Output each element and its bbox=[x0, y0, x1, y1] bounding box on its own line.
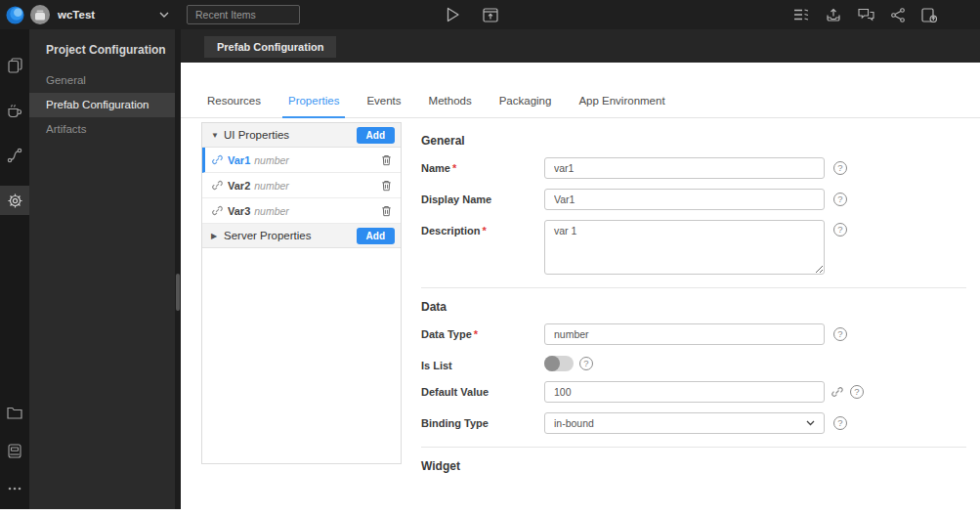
add-ui-property-button[interactable]: Add bbox=[357, 127, 395, 144]
required-asterisk: * bbox=[474, 328, 478, 340]
binding-type-value: in-bound bbox=[554, 417, 594, 429]
ui-properties-group-header[interactable]: ▼ UI Properties Add bbox=[202, 123, 401, 148]
delete-property-icon[interactable] bbox=[381, 154, 392, 166]
name-field[interactable] bbox=[544, 157, 825, 179]
property-type: number bbox=[254, 154, 289, 166]
is-list-label: Is List bbox=[421, 355, 544, 371]
help-icon[interactable]: ? bbox=[833, 161, 847, 175]
caret-down-icon: ▼ bbox=[211, 131, 221, 140]
recent-items-input[interactable] bbox=[187, 5, 300, 24]
database-icon[interactable] bbox=[0, 436, 29, 465]
folder-icon[interactable] bbox=[0, 398, 29, 427]
property-type: number bbox=[254, 180, 289, 192]
section-divider bbox=[421, 287, 966, 288]
section-title-widget: Widget bbox=[421, 459, 966, 473]
chevron-down-icon[interactable] bbox=[159, 0, 169, 29]
topbar: wcTest bbox=[0, 0, 980, 29]
project-avatar-icon bbox=[30, 5, 50, 24]
sidebar-item-artifacts[interactable]: Artifacts bbox=[29, 117, 175, 142]
tab-packaging[interactable]: Packaging bbox=[493, 95, 558, 117]
preview-window-icon[interactable] bbox=[483, 0, 498, 29]
property-row-var1[interactable]: Var1 number bbox=[202, 148, 401, 173]
run-play-icon[interactable] bbox=[446, 0, 460, 29]
server-properties-label: Server Properties bbox=[224, 230, 311, 241]
tab-resources[interactable]: Resources bbox=[201, 95, 267, 117]
topbar-actions bbox=[793, 0, 937, 29]
panel-scrollbar[interactable] bbox=[176, 274, 180, 311]
help-icon[interactable]: ? bbox=[833, 327, 847, 341]
wavemaker-logo-icon[interactable] bbox=[6, 0, 24, 29]
config-tabs: Resources Properties Events Methods Pack… bbox=[181, 95, 980, 118]
required-asterisk: * bbox=[452, 162, 456, 174]
link-icon bbox=[212, 154, 223, 165]
section-divider bbox=[421, 447, 966, 448]
delete-property-icon[interactable] bbox=[381, 180, 392, 192]
description-label: Description* bbox=[421, 220, 544, 275]
editor-tab-strip: Prefab Configuration bbox=[181, 29, 980, 63]
project-switcher[interactable]: wcTest bbox=[30, 0, 95, 29]
required-asterisk: * bbox=[483, 225, 487, 236]
settings-gear-icon[interactable] bbox=[0, 186, 29, 215]
property-row-var2[interactable]: Var2 number bbox=[202, 173, 401, 198]
property-row-var3[interactable]: Var3 number bbox=[202, 198, 401, 224]
panel-title: Project Configuration bbox=[29, 29, 175, 57]
data-type-label: Data Type* bbox=[421, 323, 544, 345]
property-name: Var2 bbox=[228, 180, 250, 192]
display-name-label: Display Name bbox=[421, 189, 544, 210]
help-icon[interactable]: ? bbox=[833, 223, 847, 236]
ui-properties-label: UI Properties bbox=[224, 129, 289, 141]
java-services-icon[interactable] bbox=[0, 96, 29, 125]
default-value-label: Default Value bbox=[421, 381, 544, 403]
add-server-property-button[interactable]: Add bbox=[357, 228, 395, 244]
open-tab-prefab-configuration[interactable]: Prefab Configuration bbox=[204, 36, 336, 58]
section-title-data: Data bbox=[421, 300, 966, 314]
property-name: Var1 bbox=[228, 154, 250, 166]
property-type: number bbox=[254, 205, 289, 217]
is-list-toggle[interactable] bbox=[544, 356, 574, 371]
default-value-field[interactable] bbox=[544, 381, 825, 403]
help-icon[interactable]: ? bbox=[579, 357, 593, 370]
description-field[interactable]: var 1 bbox=[544, 220, 825, 275]
pages-icon[interactable] bbox=[0, 51, 29, 80]
delete-property-icon[interactable] bbox=[381, 205, 392, 217]
publish-upload-icon[interactable] bbox=[826, 7, 841, 22]
structure-list-icon[interactable] bbox=[793, 8, 809, 22]
name-label: Name* bbox=[421, 157, 544, 179]
api-flow-icon[interactable] bbox=[0, 141, 29, 170]
sidebar-item-prefab-configuration[interactable]: Prefab Configuration bbox=[29, 93, 175, 117]
properties-list-panel: ▼ UI Properties Add Var1 number bbox=[201, 122, 402, 464]
share-branch-icon[interactable] bbox=[891, 8, 905, 22]
sidebar-item-general[interactable]: General bbox=[29, 68, 175, 93]
binding-type-select[interactable]: in-bound bbox=[544, 412, 825, 434]
data-type-field[interactable] bbox=[544, 323, 825, 345]
select-chevron-icon bbox=[806, 420, 815, 426]
tab-events[interactable]: Events bbox=[361, 95, 406, 117]
link-icon bbox=[212, 180, 223, 191]
binding-type-label: Binding Type bbox=[421, 412, 544, 434]
project-configuration-panel: Project Configuration General Prefab Con… bbox=[29, 29, 175, 509]
server-properties-group-header[interactable]: ▶ Server Properties Add bbox=[202, 224, 401, 248]
caret-right-icon: ▶ bbox=[211, 232, 221, 240]
left-icon-rail bbox=[0, 29, 29, 509]
main-area: Prefab Configuration Resources Propertie… bbox=[181, 29, 980, 509]
help-icon[interactable]: ? bbox=[850, 385, 864, 399]
more-dots-icon[interactable] bbox=[0, 474, 29, 503]
tab-methods[interactable]: Methods bbox=[423, 95, 478, 117]
help-icon[interactable]: ? bbox=[833, 416, 847, 430]
toggle-knob bbox=[544, 356, 560, 371]
help-icon[interactable]: ? bbox=[833, 193, 847, 206]
tab-app-environment[interactable]: App Environment bbox=[573, 95, 670, 117]
project-name: wcTest bbox=[58, 9, 95, 21]
feedback-chat-icon[interactable] bbox=[858, 8, 874, 22]
link-icon bbox=[212, 205, 223, 216]
tab-properties[interactable]: Properties bbox=[282, 95, 345, 118]
display-name-field[interactable] bbox=[544, 189, 825, 210]
bind-link-icon[interactable] bbox=[831, 386, 843, 398]
export-file-icon[interactable] bbox=[921, 8, 937, 22]
property-detail-form: General Name* ? Display Name bbox=[421, 122, 980, 483]
section-title-general: General bbox=[421, 134, 966, 148]
property-name: Var3 bbox=[228, 205, 250, 217]
